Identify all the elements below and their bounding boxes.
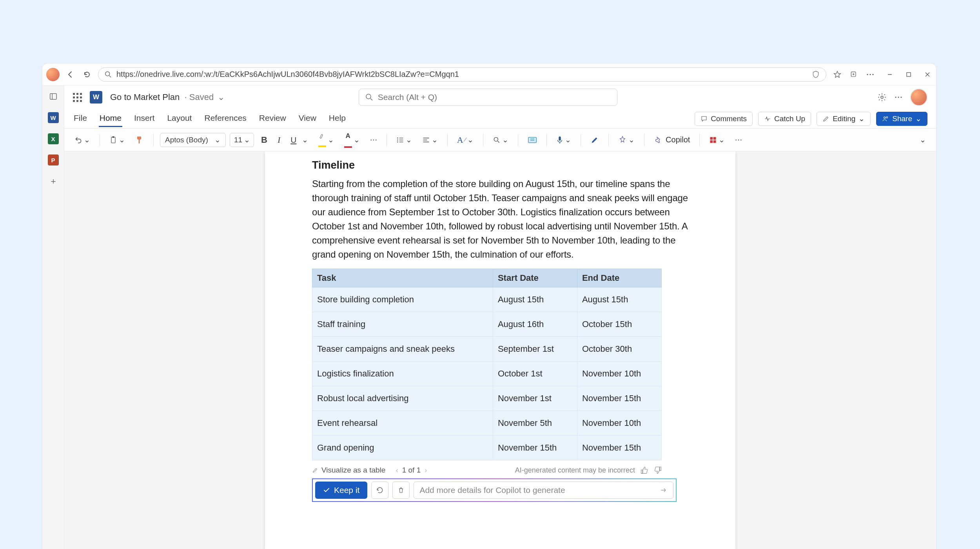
settings-icon[interactable] <box>877 93 887 102</box>
dictate-button[interactable]: ⌄ <box>553 133 574 147</box>
editor-button[interactable] <box>587 133 602 147</box>
svg-rect-5 <box>907 73 911 76</box>
word-app-icon[interactable]: W <box>46 111 60 125</box>
tab-review[interactable]: Review <box>258 110 287 127</box>
tab-view[interactable]: View <box>298 110 317 127</box>
copilot-action-bar: Keep it Add more details for Copilot to … <box>312 478 677 502</box>
send-icon[interactable] <box>660 486 668 494</box>
svg-rect-6 <box>50 94 56 100</box>
svg-point-10 <box>898 96 899 98</box>
tab-layout[interactable]: Layout <box>166 110 192 127</box>
search-icon <box>365 93 373 101</box>
thumbs-up-button[interactable] <box>641 466 648 474</box>
designer-button[interactable]: ⌄ <box>615 133 638 147</box>
tab-home[interactable]: Home <box>99 110 122 127</box>
address-bar[interactable]: https://onedrive.live.com/:w:/t/EaCKkPs6… <box>98 67 826 82</box>
paste-button[interactable]: ⌄ <box>106 133 128 147</box>
next-page-button[interactable]: › <box>422 466 429 474</box>
tab-references[interactable]: References <box>203 110 247 127</box>
svg-point-29 <box>736 139 737 140</box>
find-button[interactable]: ⌄ <box>490 133 512 147</box>
svg-rect-14 <box>111 137 115 143</box>
font-color-button[interactable]: A⌄ <box>341 133 363 147</box>
table-row: Staff trainingAugust 16thOctober 15th <box>312 312 662 337</box>
add-app-button[interactable]: ＋ <box>46 174 60 188</box>
powerpoint-app-icon[interactable]: P <box>46 153 60 167</box>
favorites-icon[interactable] <box>832 69 843 80</box>
table-row: Store building completionAugust 15thAugu… <box>312 287 662 312</box>
ribbon-more-button[interactable] <box>732 133 745 147</box>
tab-insert[interactable]: Insert <box>133 110 156 127</box>
svg-point-8 <box>881 96 883 98</box>
profile-avatar[interactable] <box>46 68 60 81</box>
table-cell: August 16th <box>493 312 577 337</box>
discard-button[interactable] <box>392 482 410 499</box>
catchup-button[interactable]: Catch Up <box>758 112 811 126</box>
immersive-reader-button[interactable] <box>524 133 540 147</box>
header-more-icon[interactable] <box>895 96 902 98</box>
font-more-button[interactable] <box>367 133 380 147</box>
copilot-icon <box>654 136 662 144</box>
undo-button[interactable]: ⌄ <box>71 133 93 147</box>
ribbon-tabs: FileHomeInsertLayoutReferencesReviewView… <box>64 109 936 129</box>
document-page: Timeline Starting from the completion of… <box>265 151 735 549</box>
tab-file[interactable]: File <box>73 110 88 127</box>
thumbs-down-button[interactable] <box>654 466 662 474</box>
editing-mode-button[interactable]: Editing ⌄ <box>817 112 871 126</box>
back-button[interactable] <box>65 69 76 80</box>
svg-point-9 <box>895 96 896 98</box>
chevron-down-icon: ⌄ <box>915 114 922 123</box>
timeline-table: TaskStart DateEnd Date Store building co… <box>312 269 662 460</box>
format-painter-button[interactable] <box>132 133 147 147</box>
font-selector[interactable]: Aptos (Body)⌄ <box>160 133 226 147</box>
ribbon-collapse-button[interactable]: ⌄ <box>916 133 929 147</box>
chevron-down-icon: ⌄ <box>920 135 926 144</box>
search-input[interactable]: Search (Alt + Q) <box>359 89 617 106</box>
user-avatar[interactable] <box>910 89 927 106</box>
pane-toggle-icon[interactable] <box>46 89 60 104</box>
minimize-button[interactable] <box>885 70 895 79</box>
chevron-down-icon: ⌄ <box>432 135 438 144</box>
add-ins-button[interactable]: ⌄ <box>706 133 728 147</box>
browser-window: https://onedrive.live.com/:w:/t/EaCKkPs6… <box>42 64 936 549</box>
regenerate-button[interactable] <box>371 482 388 499</box>
excel-app-icon[interactable]: X <box>46 132 60 146</box>
refresh-button[interactable] <box>82 69 93 80</box>
copilot-button[interactable]: Copilot <box>651 133 693 147</box>
svg-rect-25 <box>710 137 713 140</box>
prev-page-button[interactable]: ‹ <box>393 466 400 474</box>
shield-icon[interactable] <box>812 71 820 78</box>
check-icon <box>323 487 330 494</box>
highlight-button[interactable]: ⌄ <box>315 133 337 147</box>
pager-text: 1 of 1 <box>402 466 421 474</box>
browser-more-icon[interactable] <box>865 69 876 80</box>
svg-point-31 <box>740 139 742 140</box>
table-cell: October 30th <box>577 337 661 362</box>
keep-it-button[interactable]: Keep it <box>315 482 367 499</box>
table-header: Task <box>312 269 493 287</box>
font-size-selector[interactable]: 11⌄ <box>230 133 254 147</box>
svg-rect-27 <box>710 140 713 143</box>
comments-button[interactable]: Comments <box>695 112 753 126</box>
copilot-input-placeholder: Add more details for Copilot to generate <box>419 485 565 495</box>
close-button[interactable] <box>923 70 932 79</box>
document-title[interactable]: Go to Market Plan · Saved ⌄ <box>110 92 225 102</box>
align-button[interactable]: ⌄ <box>419 133 441 147</box>
underline-button[interactable]: U ⌄ <box>287 133 311 147</box>
collections-icon[interactable] <box>848 69 859 80</box>
chevron-down-icon: ⌄ <box>302 135 308 144</box>
maximize-button[interactable] <box>904 70 913 79</box>
search-placeholder: Search (Alt + Q) <box>378 93 437 102</box>
bullets-button[interactable]: ⌄ <box>393 133 415 147</box>
tab-help[interactable]: Help <box>328 110 347 127</box>
chevron-down-icon: ⌄ <box>354 135 360 144</box>
svg-point-19 <box>397 137 398 138</box>
app-launcher-icon[interactable] <box>73 93 82 102</box>
italic-button[interactable]: I <box>274 133 283 147</box>
share-button[interactable]: Share ⌄ <box>876 112 927 126</box>
bold-button[interactable]: B <box>258 133 270 147</box>
styles-button[interactable]: A⁄⌄ <box>454 133 477 147</box>
copilot-input[interactable]: Add more details for Copilot to generate <box>414 482 673 499</box>
table-cell: Logistics finalization <box>312 362 493 386</box>
document-canvas[interactable]: Timeline Starting from the completion of… <box>64 151 936 549</box>
